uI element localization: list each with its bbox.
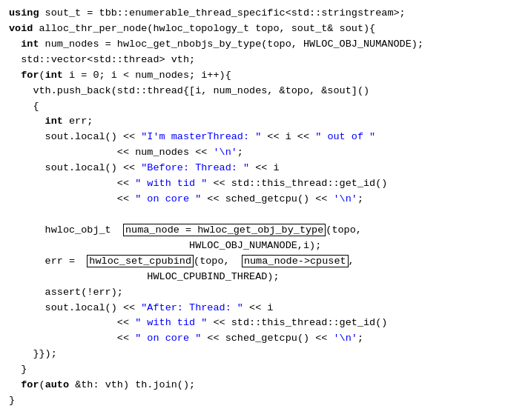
line-7: { bbox=[9, 99, 499, 115]
line-21: << " with tid " << std::this_thread::get… bbox=[9, 316, 499, 331]
line-15: hwloc_obj_t numa_node = hwloc_get_obj_by… bbox=[9, 223, 499, 239]
line-2: void alloc_thr_per_node(hwloc_topology_t… bbox=[9, 21, 499, 37]
line-11: sout.local() << "Before: Thread: " << i bbox=[9, 161, 499, 176]
line-13: << " on core " << sched_getcpu() << '\n'… bbox=[9, 192, 499, 207]
line-23: }}); bbox=[9, 347, 499, 362]
line-24: } bbox=[9, 362, 499, 378]
line-6: vth.push_back(std::thread{[i, num_nodes,… bbox=[9, 84, 499, 99]
line-25: for(auto &th: vth) th.join(); bbox=[9, 378, 499, 393]
line-3: int num_nodes = hwloc_get_nbobjs_by_type… bbox=[9, 37, 499, 53]
line-5: for(int i = 0; i < num_nodes; i++){ bbox=[9, 68, 499, 84]
line-12: << " with tid " << std::this_thread::get… bbox=[9, 176, 499, 192]
line-22: << " on core " << sched_getcpu() << '\n'… bbox=[9, 331, 499, 347]
line-19: assert(!err); bbox=[9, 285, 499, 301]
line-8: int err; bbox=[9, 114, 499, 130]
line-16: HWLOC_OBJ_NUMANODE,i); bbox=[9, 239, 499, 254]
line-1: using sout_t = tbb::enumerable_thread_sp… bbox=[9, 6, 499, 21]
line-18: HWLOC_CPUBIND_THREAD); bbox=[9, 270, 499, 285]
line-20: sout.local() << "After: Thread: " << i bbox=[9, 301, 499, 316]
line-26: } bbox=[9, 393, 499, 409]
line-9: sout.local() << "I'm masterThread: " << … bbox=[9, 130, 499, 145]
line-10: << num_nodes << '\n'; bbox=[9, 145, 499, 161]
line-17: err = hwloc_set_cpubind(topo, numa_node-… bbox=[9, 254, 499, 270]
line-14 bbox=[9, 207, 499, 223]
line-4: std::vector<std::thread> vth; bbox=[9, 53, 499, 68]
code-container: using sout_t = tbb::enumerable_thread_sp… bbox=[0, 0, 508, 420]
